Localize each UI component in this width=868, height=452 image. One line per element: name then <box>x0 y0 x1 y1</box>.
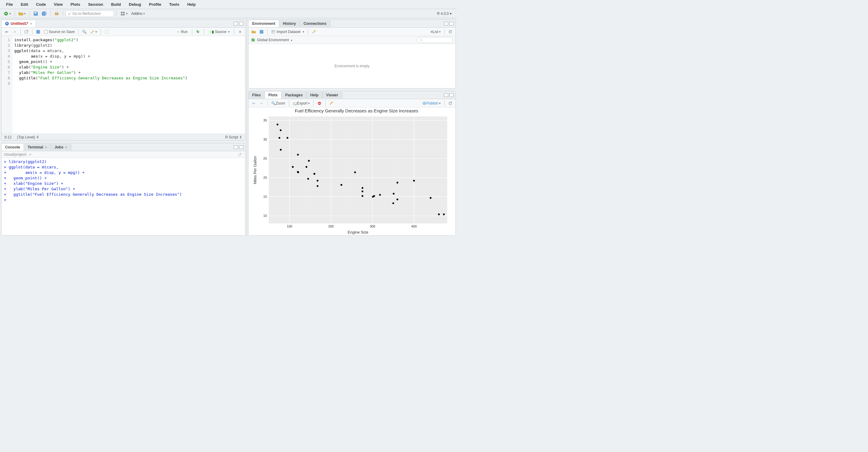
clear-plots-icon[interactable] <box>328 100 335 107</box>
minimize-icon[interactable] <box>444 22 448 26</box>
save-workspace-icon[interactable] <box>258 29 265 35</box>
menu-build[interactable]: Build <box>107 1 125 8</box>
maximize-icon[interactable] <box>239 22 243 26</box>
svg-text:30: 30 <box>264 137 267 141</box>
menu-session[interactable]: Session <box>85 1 107 8</box>
clear-console-icon[interactable] <box>236 151 243 158</box>
maximize-icon[interactable] <box>450 22 454 26</box>
svg-rect-27 <box>269 116 447 223</box>
svg-text:10: 10 <box>264 214 267 218</box>
refresh-env-icon[interactable] <box>447 29 454 35</box>
svg-text:200: 200 <box>328 225 334 228</box>
menu-help[interactable]: Help <box>184 1 199 8</box>
console-tabs: ConsoleTerminal×Jobs× <box>1 143 245 151</box>
plots-tab-help[interactable]: Help <box>307 92 322 98</box>
source-tab-file[interactable]: R Untitled1* × <box>1 20 36 27</box>
console-output[interactable]: > library(ggplot2) > ggplot(data = mtcar… <box>1 158 245 235</box>
env-scope-selector[interactable]: Global Environment ▾ <box>257 38 292 42</box>
minimize-icon[interactable] <box>234 146 238 149</box>
plots-tab-viewer[interactable]: Viewer <box>322 92 342 98</box>
console-tab-jobs[interactable]: Jobs× <box>51 144 71 151</box>
svg-point-59 <box>354 171 356 173</box>
menu-profile[interactable]: Profile <box>145 1 164 8</box>
save-source-icon[interactable] <box>35 29 41 35</box>
menu-debug[interactable]: Debug <box>125 1 145 8</box>
forward-arrow-icon[interactable]: ⇒ <box>11 29 18 35</box>
run-button[interactable]: →Run <box>175 30 189 34</box>
import-dataset-button[interactable]: Import Dataset ▾ <box>270 29 306 35</box>
env-tab-connections[interactable]: Connections <box>300 20 330 27</box>
menubar: FileEditCodeViewPlotsSessionBuildDebugPr… <box>0 0 457 9</box>
menu-code[interactable]: Code <box>32 1 50 8</box>
svg-rect-5 <box>123 12 125 13</box>
svg-point-83 <box>287 137 288 139</box>
clear-env-icon[interactable] <box>311 29 317 35</box>
r-version-selector[interactable]: R 4.0.0 ▾ <box>434 11 455 16</box>
grid-button[interactable]: ▾ <box>119 10 129 17</box>
zoom-button[interactable]: 🔍 Zoom <box>270 100 286 107</box>
refresh-plots-icon[interactable] <box>447 100 454 107</box>
env-search-input[interactable] <box>417 37 453 43</box>
svg-text:35: 35 <box>264 119 267 122</box>
svg-text:15: 15 <box>264 195 267 198</box>
svg-rect-8 <box>25 31 28 33</box>
back-arrow-icon[interactable]: ⇐ <box>3 29 10 35</box>
scope-selector[interactable]: (Top Level) ⇕ <box>17 135 39 139</box>
env-window-controls <box>442 22 456 26</box>
close-icon[interactable]: × <box>30 22 32 26</box>
maximize-icon[interactable] <box>450 93 454 97</box>
env-tab-history[interactable]: History <box>279 20 300 27</box>
load-workspace-icon[interactable] <box>250 29 257 35</box>
close-icon[interactable]: × <box>65 146 67 149</box>
path-share-icon[interactable]: ⇗ <box>29 152 32 157</box>
plots-tab-plots[interactable]: Plots <box>265 92 282 99</box>
show-in-new-window-icon[interactable] <box>23 29 30 35</box>
print-button[interactable] <box>53 10 60 17</box>
console-tab-console[interactable]: Console <box>1 144 24 151</box>
env-tab-environment[interactable]: Environment <box>249 20 279 27</box>
report-icon[interactable] <box>103 29 110 35</box>
find-icon[interactable]: 🔍 <box>81 29 88 35</box>
publish-button[interactable]: Publish ▾ <box>421 100 442 107</box>
console-tab-terminal[interactable]: Terminal× <box>24 144 51 151</box>
list-view-button[interactable]: ≡ List ▾ <box>429 29 442 35</box>
menu-view[interactable]: View <box>50 1 66 8</box>
svg-point-11 <box>94 31 94 31</box>
minimize-icon[interactable] <box>234 22 238 26</box>
menu-plots[interactable]: Plots <box>67 1 84 8</box>
outline-icon[interactable]: ≡ <box>237 29 243 35</box>
minimize-icon[interactable] <box>444 93 448 97</box>
save-button[interactable] <box>32 10 39 17</box>
save-all-button[interactable] <box>41 10 48 17</box>
menu-tools[interactable]: Tools <box>165 1 183 8</box>
svg-point-66 <box>317 185 318 187</box>
language-selector[interactable]: R Script ⇕ <box>225 135 242 139</box>
source-button[interactable]: →▮Source ▾ <box>207 30 231 34</box>
environment-toolbar: Import Dataset ▾ ≡ List ▾ <box>249 28 456 36</box>
menu-file[interactable]: File <box>2 1 17 8</box>
new-file-button[interactable]: ▾ <box>2 10 12 17</box>
plots-forward-icon[interactable]: ⇨ <box>258 100 265 107</box>
goto-file-input[interactable]: Go to file/function <box>65 10 114 17</box>
svg-text:Engine Size: Engine Size <box>348 230 368 234</box>
menu-edit[interactable]: Edit <box>17 1 32 8</box>
svg-point-18 <box>420 39 422 41</box>
plots-tab-packages[interactable]: Packages <box>282 92 307 98</box>
open-file-button[interactable]: ▾ <box>17 10 27 17</box>
svg-point-61 <box>340 184 342 186</box>
plots-tab-files[interactable]: Files <box>249 92 265 98</box>
svg-point-74 <box>279 137 280 139</box>
plots-back-icon[interactable]: ⇦ <box>250 100 257 107</box>
maximize-icon[interactable] <box>239 146 243 149</box>
svg-point-67 <box>362 191 363 192</box>
code-editor[interactable]: 123456789 install.packages("ggplot2")lib… <box>1 36 245 134</box>
source-on-save-checkbox[interactable]: Source on Save <box>43 29 76 35</box>
svg-point-85 <box>307 178 309 180</box>
close-icon[interactable]: × <box>45 146 47 149</box>
export-button[interactable]: Export ▾ <box>291 100 311 107</box>
remove-plot-icon[interactable] <box>316 100 323 107</box>
addins-button[interactable]: Addins ▾ <box>130 10 146 17</box>
rerun-button[interactable]: ↻ <box>194 30 201 34</box>
svg-rect-1 <box>35 12 36 13</box>
wand-icon[interactable]: ▾ <box>89 29 98 35</box>
